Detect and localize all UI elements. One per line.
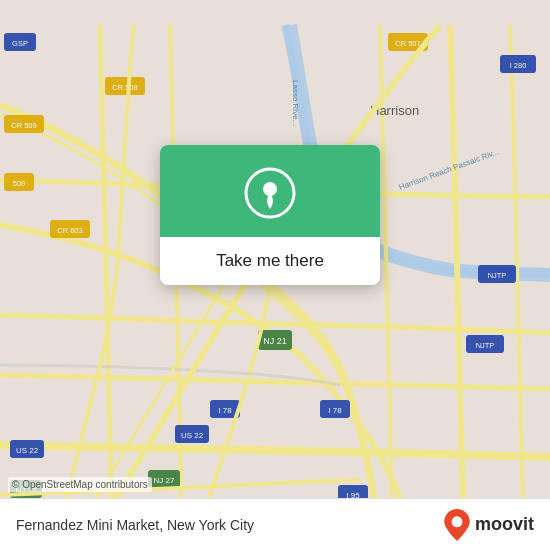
tooltip-card[interactable]: Take me there [160, 145, 380, 285]
location-name-label: Fernandez Mini Market, New York City [16, 517, 254, 533]
svg-text:CR 508: CR 508 [112, 83, 137, 92]
location-pin-icon [244, 167, 296, 219]
svg-text:I 78: I 78 [218, 406, 232, 415]
svg-text:NJ 21: NJ 21 [263, 336, 287, 346]
moovit-brand-text: moovit [475, 514, 534, 535]
svg-text:NJTP: NJTP [476, 341, 495, 350]
svg-point-41 [451, 516, 462, 527]
svg-text:Lasso Rive...: Lasso Rive... [291, 80, 300, 126]
moovit-logo: moovit [443, 509, 534, 541]
svg-text:US 22: US 22 [181, 431, 204, 440]
svg-text:509: 509 [13, 179, 26, 188]
svg-text:US 22: US 22 [16, 446, 39, 455]
svg-text:NJ 27: NJ 27 [154, 476, 175, 485]
svg-text:CR 509: CR 509 [11, 121, 36, 130]
tooltip-icon-section [160, 145, 380, 237]
svg-text:CR 603: CR 603 [57, 226, 82, 235]
svg-text:I 280: I 280 [510, 61, 527, 70]
map-attribution: © OpenStreetMap contributors [8, 477, 152, 492]
svg-text:GSP: GSP [12, 39, 28, 48]
svg-text:NJTP: NJTP [488, 271, 507, 280]
take-me-there-button[interactable]: Take me there [196, 237, 344, 285]
svg-text:I 78: I 78 [328, 406, 342, 415]
moovit-pin-icon [443, 509, 471, 541]
svg-text:CR 507: CR 507 [395, 39, 420, 48]
map-container: NJ 21 I 78 I 78 US 22 NJ 27 US 22 NJ 27 … [0, 0, 550, 550]
bottom-bar: Fernandez Mini Market, New York City moo… [0, 498, 550, 550]
